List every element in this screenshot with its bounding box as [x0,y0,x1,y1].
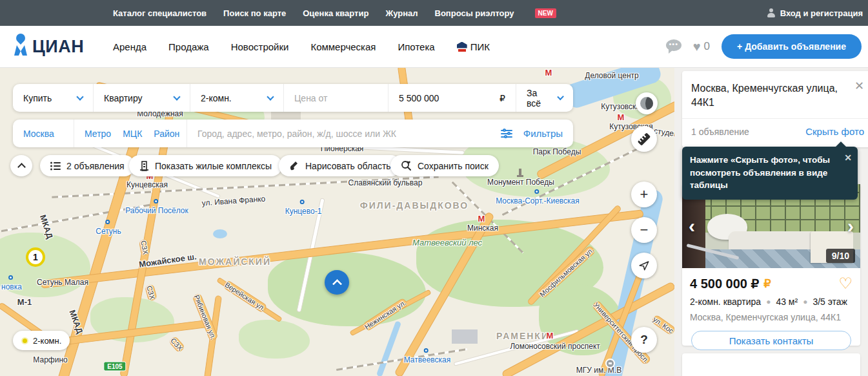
price-to-input[interactable] [399,93,500,103]
geolocation-button[interactable] [631,253,657,278]
price-to-field[interactable]: ₽ [389,84,516,112]
price-mode-select[interactable]: За всё [516,84,573,112]
topbar-link-map-search[interactable]: Поиск по карте [223,8,286,18]
topbar-link-journal[interactable]: Журнал [385,8,418,18]
search-heart-icon [401,160,412,171]
show-complexes-label: Показать жилые комплексы [155,161,272,171]
listings-count-button[interactable]: 2 объявления [40,155,135,176]
map-label: Рябиновая ул. [192,293,218,342]
filters-bar-geo: Москва Метро МЦК Район Фильтры [13,120,573,147]
listings-count-label: 2 объявления [66,161,125,171]
add-listing-button[interactable]: + Добавить объявление [722,34,862,59]
pik-label: ПИК [470,41,490,52]
map-label: Матвеевский лес [412,238,482,247]
tooltip-close-icon[interactable]: ✕ [844,151,852,164]
district-link[interactable]: Район [154,129,179,139]
nav-mortgage[interactable]: Ипотека [398,41,434,52]
mgu-poi-icon [605,359,615,368]
geo-search-input[interactable] [197,129,480,139]
yellow-dot-icon [21,337,28,344]
favorites-counter[interactable]: ♥ 0 [693,39,710,54]
map-canvas[interactable]: МолодёжнаяПионерскаяКунцевскаяСлавянский… [0,68,674,376]
collapse-panel-button[interactable] [10,155,32,176]
zoom-in-button[interactable]: + [631,182,657,207]
hide-photos-tooltip: Нажмите «Скрыть фото», чтобы посмотреть … [682,147,858,200]
metro-icon: М [545,68,552,78]
map-label: РАМЕНКИ [496,331,549,341]
rooms-value: 2-комн. [201,93,232,103]
login-registration[interactable]: Вход и регистрация [767,8,863,18]
topbar-link-valuation[interactable]: Оценка квартир [303,8,368,18]
close-icon[interactable]: ✕ [854,80,864,92]
price-from-input[interactable] [294,93,378,103]
chevron-down-icon [267,93,274,100]
station-dot-icon [534,189,539,194]
show-contacts-button[interactable]: Показать контакты [691,331,851,350]
listings-count: 1 объявление [691,127,749,137]
map-label: Е105 [103,362,126,371]
nav-rent[interactable]: Аренда [113,41,146,52]
dot-separator: ● [766,297,771,306]
layers-icon [640,97,653,110]
listing-floor: 3/5 этаж [812,297,847,307]
region-select[interactable]: Москва [13,120,74,147]
photo-next-arrow[interactable]: › [847,216,854,236]
tooltip-text: Нажмите «Скрыть фото», чтобы посмотреть … [690,155,830,190]
map-rooms-pill[interactable]: 2-комн. [13,331,70,350]
main-header: ЦИАН Аренда Продажа Новостройки Коммерче… [0,26,868,68]
listing-address: Москва, Кременчугская улица, 44К1 [682,307,860,322]
map-label: Москва-Сорт.-Киевская [496,196,580,205]
map-selected-marker[interactable] [325,270,349,295]
building-icon [139,161,149,171]
topbar-link-realtor-questions[interactable]: Вопросы риэлтору [435,8,514,18]
map-label: М-1 [17,297,32,307]
nav-pik[interactable]: ПИК [457,41,490,52]
cian-logo[interactable]: ЦИАН [13,34,84,56]
rooms-pill-label: 2-комн. [33,336,61,346]
sliders-icon [501,129,512,138]
map-label: МКАД [67,309,85,335]
map-label: Марфино [33,355,67,364]
draw-area-button[interactable]: Нарисовать область [279,155,401,176]
messages-icon[interactable]: ••• [666,39,681,54]
topbar-link-specialists[interactable]: Каталог специалистов [113,8,207,18]
map-labels-layer: МолодёжнаяПионерскаяКунцевскаяСлавянский… [0,68,674,376]
mck-link[interactable]: МЦК [123,129,142,139]
nav-commercial[interactable]: Коммерческая [310,41,376,52]
deal-type-value: Купить [23,93,52,103]
metro-link[interactable]: Метро [85,129,111,139]
listing-price: 4 500 000 ₽ [690,276,759,291]
help-button[interactable]: ? [631,327,657,353]
price-from-field[interactable] [284,84,389,112]
map-label: Минская [467,224,498,233]
map-label: Верейская ул. [223,280,268,313]
map-label: СЗХ [145,284,157,302]
map-label: Деловой центр [585,71,638,80]
deal-type-select[interactable]: Купить [13,84,94,112]
geo-search-field[interactable] [187,120,490,147]
nav-sale[interactable]: Продажа [168,41,209,52]
save-search-button[interactable]: Сохранить поиск [390,155,499,176]
map-label: Кунцевская [126,180,168,189]
show-complexes-button[interactable]: Показать жилые комплексы [129,155,282,176]
rooms-select[interactable]: 2-комн. [190,84,284,112]
region-value: Москва [23,129,54,139]
favorite-heart-icon[interactable]: ♡ [838,276,853,291]
measure-ruler-button[interactable] [631,126,657,152]
map-label: Славянский бульвар [348,178,423,187]
photo-prev-arrow[interactable]: ‹ [689,216,695,236]
currency-symbol: ₽ [500,93,505,103]
nav-newbuildings[interactable]: Новостройки [231,41,289,52]
hide-photos-link[interactable]: Скрыть фото [805,126,864,137]
map-cluster-marker-1[interactable]: 1 [26,247,45,267]
next-listing-card[interactable] [682,353,860,376]
map-layers-button[interactable] [636,92,658,114]
filters-button[interactable]: Фильтры [490,120,573,147]
map-label: Матвеевская [404,355,451,364]
station-dot-icon [8,275,13,280]
zoom-out-button[interactable]: − [631,217,657,243]
heart-icon: ♥ [693,39,701,54]
object-type-select[interactable]: Квартиру [94,84,190,112]
logo-text: ЦИАН [32,38,84,56]
navigation-arrow-icon [638,260,650,271]
